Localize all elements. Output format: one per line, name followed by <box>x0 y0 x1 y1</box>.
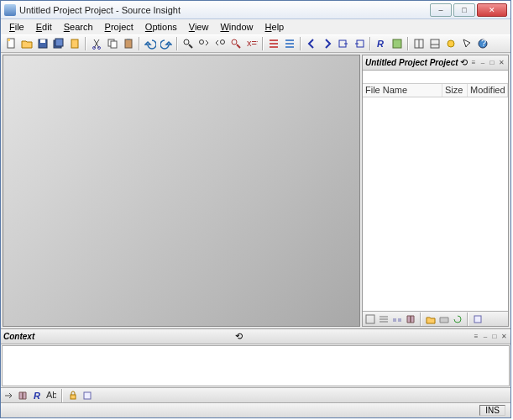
view-list-icon[interactable] <box>364 313 376 325</box>
context-refresh-icon[interactable]: ⟲ <box>235 331 243 342</box>
svg-text:x=f: x=f <box>247 38 258 48</box>
regex-icon[interactable]: x=f <box>244 36 259 51</box>
relation-icon[interactable]: R <box>374 36 389 51</box>
close-file-icon[interactable] <box>67 36 82 51</box>
toolbar-separator <box>300 37 301 50</box>
svg-rect-3 <box>40 39 45 43</box>
menu-help[interactable]: Help <box>260 21 290 33</box>
ctx-relation-icon[interactable]: R <box>31 390 43 402</box>
panel-restore-icon[interactable]: □ <box>490 333 499 341</box>
menu-search[interactable]: Search <box>59 21 98 33</box>
toolbar-separator <box>85 37 86 50</box>
list-view2-icon[interactable] <box>282 36 297 51</box>
menu-edit[interactable]: Edit <box>31 21 57 33</box>
toolbar-separator <box>467 312 469 326</box>
statusbar: INS <box>1 402 510 417</box>
svg-rect-42 <box>398 318 401 322</box>
view-detail-icon[interactable] <box>378 313 390 325</box>
parse-icon[interactable] <box>390 36 405 51</box>
replace-icon[interactable] <box>228 36 243 51</box>
context-icon[interactable] <box>427 36 442 51</box>
panel-min-icon[interactable]: – <box>479 59 487 67</box>
project-panel-toolbar <box>363 311 508 326</box>
copy-icon[interactable] <box>105 36 120 51</box>
ctx-props-icon[interactable] <box>81 390 93 402</box>
menu-project[interactable]: Project <box>100 21 139 33</box>
svg-point-13 <box>184 39 189 45</box>
panel-menu-icon[interactable]: ≡ <box>472 333 480 341</box>
goto-def-icon[interactable] <box>336 36 351 51</box>
toolbar-separator <box>139 37 140 50</box>
svg-text:R: R <box>34 391 40 401</box>
svg-rect-43 <box>474 316 481 323</box>
layout-icon[interactable] <box>411 36 427 51</box>
panel-sync-icon[interactable]: ⟲ <box>460 57 468 68</box>
refresh-icon[interactable] <box>452 313 463 325</box>
svg-rect-12 <box>127 39 130 40</box>
goto-ref-icon[interactable] <box>352 36 367 51</box>
cut-icon[interactable] <box>89 36 104 51</box>
svg-text:?: ? <box>481 38 486 48</box>
panel-min-icon[interactable]: – <box>481 333 489 341</box>
col-filename[interactable]: File Name <box>363 84 442 97</box>
remove-file-icon[interactable] <box>438 313 450 325</box>
paste-icon[interactable] <box>121 36 136 51</box>
panel-restore-icon[interactable]: □ <box>488 59 496 67</box>
menubar: File Edit Search Project Options View Wi… <box>1 19 510 34</box>
project-file-list[interactable] <box>363 97 508 311</box>
status-ins: INS <box>479 405 505 416</box>
book-icon[interactable] <box>405 313 416 325</box>
context-panel-title: Context <box>3 332 233 341</box>
col-modified[interactable]: Modified <box>468 84 508 97</box>
svg-line-14 <box>189 45 192 48</box>
save-all-icon[interactable] <box>51 36 66 51</box>
props-icon[interactable] <box>472 313 484 325</box>
open-file-icon[interactable] <box>19 36 34 51</box>
toolbar-separator <box>407 37 409 50</box>
context-body[interactable] <box>2 345 510 386</box>
menu-view[interactable]: View <box>184 21 214 33</box>
editor-area[interactable] <box>3 55 360 327</box>
maximize-button[interactable]: □ <box>453 3 475 17</box>
close-button[interactable]: ✕ <box>477 3 507 17</box>
nav-back-icon[interactable] <box>304 36 319 51</box>
app-icon <box>4 4 16 16</box>
menu-window[interactable]: Window <box>215 21 258 33</box>
book-icon[interactable] <box>17 390 29 402</box>
find-prev-icon[interactable] <box>212 36 228 51</box>
pointer-icon[interactable] <box>459 36 474 51</box>
ctx-lock-icon[interactable] <box>67 390 79 402</box>
project-filter-row[interactable] <box>363 71 508 84</box>
new-file-icon[interactable] <box>3 36 18 51</box>
view-tree-icon[interactable] <box>391 313 403 325</box>
redo-icon[interactable] <box>159 36 174 51</box>
menu-file[interactable]: File <box>4 21 29 33</box>
svg-rect-1 <box>8 39 10 41</box>
ctx-abc-icon[interactable]: Ab <box>45 390 57 402</box>
toolbar-separator <box>176 37 178 50</box>
menu-options[interactable]: Options <box>140 21 182 33</box>
panel-close-icon[interactable]: ✕ <box>500 333 508 341</box>
list-view-icon[interactable] <box>266 36 281 51</box>
panel-menu-icon[interactable]: ≡ <box>469 59 478 67</box>
panel-close-icon[interactable]: ✕ <box>497 59 505 67</box>
svg-rect-32 <box>431 39 439 48</box>
toolbar-separator <box>420 312 421 326</box>
add-file-icon[interactable] <box>425 313 437 325</box>
undo-icon[interactable] <box>143 36 158 51</box>
save-icon[interactable] <box>35 36 50 51</box>
app-window: Untitled Project Project - Source Insigh… <box>0 0 511 418</box>
svg-rect-20 <box>270 39 278 41</box>
svg-point-34 <box>448 40 454 47</box>
col-size[interactable]: Size <box>442 84 468 97</box>
find-icon[interactable] <box>181 36 196 51</box>
minimize-button[interactable]: – <box>430 3 452 17</box>
help-icon[interactable]: ? <box>475 36 490 51</box>
ctx-nav-icon[interactable] <box>3 390 14 402</box>
context-panel: Context ⟲ ≡ – □ ✕ R Ab <box>1 328 510 402</box>
symbol-icon[interactable] <box>443 36 458 51</box>
svg-rect-25 <box>285 46 294 48</box>
find-next-icon[interactable] <box>196 36 212 51</box>
nav-forward-icon[interactable] <box>320 36 335 51</box>
svg-rect-41 <box>393 318 396 322</box>
